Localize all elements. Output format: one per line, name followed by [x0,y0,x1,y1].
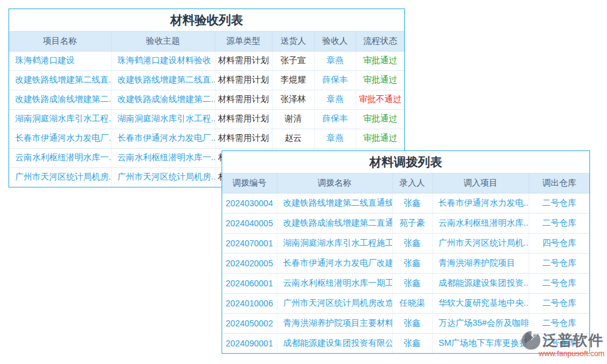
cell-acceptor[interactable]: 章燕 [314,90,356,109]
col-header-transfer-name: 调拨名称 [277,174,392,193]
cell-acceptance-subject[interactable]: 改建铁路线增建第二线直... [111,70,215,90]
cell-acceptance-subject[interactable]: 广州市天河区统计局机房... [111,167,215,187]
cell-acceptor[interactable]: 章燕 [314,51,356,70]
cell-transfer-no[interactable]: 2024050002 [222,313,277,333]
cell-entry-person: 任晓渠 [392,293,432,313]
cell-transfer-name[interactable]: 改建铁路线增建第二线直通线... [277,193,392,213]
cell-out-warehouse: 二号仓库 [529,253,589,273]
col-header-entry-person: 录入人 [392,174,432,193]
table-row: 珠海鹤港口建设珠海鹤港口建设材料验收材料需用计划张子宣章燕审批通过 [9,51,404,70]
cell-source-type: 材料需用计划 [215,90,272,109]
cell-deliverer: 赵云 [272,129,314,148]
brand-url: www.fanpusoft.com [521,349,606,358]
cell-entry-person: 张鑫 [392,193,432,213]
cell-acceptance-subject[interactable]: 湖南洞庭湖水库引水工程... [111,109,215,129]
cell-entry-person: 张鑫 [392,273,432,293]
cell-entry-person: 张鑫 [392,333,432,353]
cell-transfer-name[interactable]: 成都能源建设集团投资有限公... [277,333,392,353]
acceptance-title: 材料验收列表 [9,9,404,32]
cell-source-type: 材料需用计划 [215,129,272,148]
cell-project-name[interactable]: 云南水利枢纽潜明水库一... [9,148,111,167]
col-header-flow-status: 流程状态 [356,32,404,51]
cell-transfer-name[interactable]: 青海洪湖养护院项目主要材料... [277,313,392,333]
cell-transfer-no[interactable]: 2024020005 [222,253,277,273]
transfer-header-row: 调拨编号 调拨名称 录入人 调入项目 调出仓库 [222,174,589,193]
col-header-out-warehouse: 调出仓库 [529,174,589,193]
fanpu-logo-icon [521,330,541,351]
table-row: 2024040005改建铁路成渝线增建第二直通...苑子豪云南水利枢纽潜明水库.… [222,213,589,233]
table-row: 改建铁路成渝线增建第二...改建铁路成渝线增建第二...材料需用计划张泽林章燕审… [9,90,404,109]
col-header-source-type: 源单类型 [215,32,272,51]
cell-transfer-name[interactable]: 广州市天河区统计局机房改造... [277,293,392,313]
cell-acceptance-subject[interactable]: 云南水利枢纽潜明水库一... [111,148,215,167]
cell-flow-status: 审批通过 [356,109,404,129]
acceptance-header-row: 项目名称 验收主题 源单类型 送货人 验收人 流程状态 [9,32,404,51]
cell-acceptor[interactable]: 薛保丰 [314,109,356,129]
table-row: 2024060001云南水利枢纽潜明水库一期工...张鑫成都能源建设集团投资..… [222,273,589,293]
table-row: 2024070001湖南洞庭湖水库引水工程施工...张鑫广州市天河区统计局机..… [222,233,589,253]
cell-entry-person: 苑子豪 [392,213,432,233]
cell-out-warehouse: 二号仓库 [529,213,589,233]
cell-deliverer: 张子宣 [272,51,314,70]
transfer-table: 调拨编号 调拨名称 录入人 调入项目 调出仓库 2024030004改建铁路线增… [222,174,589,353]
cell-flow-status: 审批不通过 [356,90,404,109]
col-header-project-name: 项目名称 [9,32,111,51]
cell-entry-person: 张鑫 [392,233,432,253]
cell-project-name[interactable]: 改建铁路线增建第二线直... [9,70,111,90]
cell-acceptance-subject[interactable]: 珠海鹤港口建设材料验收 [111,51,215,70]
cell-flow-status: 审批通过 [356,51,404,70]
material-transfer-panel: 材料调拨列表 调拨编号 调拨名称 录入人 调入项目 调出仓库 202403000… [222,150,590,354]
cell-transfer-no[interactable]: 2024090001 [222,333,277,353]
cell-transfer-in-project[interactable]: 华软大厦研究基地中央... [432,293,529,313]
cell-project-name[interactable]: 改建铁路成渝线增建第二... [9,90,111,109]
col-header-acceptance-subject: 验收主题 [111,32,215,51]
cell-out-warehouse: 二号仓库 [529,193,589,213]
cell-out-warehouse: 二号仓库 [529,293,589,313]
cell-transfer-in-project[interactable]: 成都能源建设集团投资... [432,273,529,293]
cell-out-warehouse: 二号仓库 [529,273,589,293]
cell-transfer-no[interactable]: 2024070001 [222,233,277,253]
table-row: 改建铁路线增建第二线直...改建铁路线增建第二线直...材料需用计划李焜耀薛保丰… [9,70,404,90]
cell-deliverer: 李焜耀 [272,70,314,90]
cell-transfer-name[interactable]: 湖南洞庭湖水库引水工程施工... [277,233,392,253]
cell-deliverer: 张泽林 [272,90,314,109]
cell-transfer-in-project[interactable]: 青海洪湖养护院项目 [432,253,529,273]
cell-transfer-no[interactable]: 2024060001 [222,273,277,293]
cell-project-name[interactable]: 湖南洞庭湖水库引水工程... [9,109,111,129]
watermark: 泛普软件 www.fanpusoft.com [521,330,606,358]
cell-transfer-no[interactable]: 2024040005 [222,213,277,233]
cell-deliverer: 谢清 [272,109,314,129]
cell-entry-person: 张鑫 [392,313,432,333]
col-header-transfer-in-project: 调入项目 [432,174,529,193]
transfer-title: 材料调拨列表 [222,151,589,174]
cell-source-type: 材料需用计划 [215,51,272,70]
cell-transfer-name[interactable]: 云南水利枢纽潜明水库一期工... [277,273,392,293]
cell-transfer-in-project[interactable]: 万达广场35#会所及咖啡... [432,313,529,333]
cell-transfer-name[interactable]: 长春市伊通河水力发电厂改建... [277,253,392,273]
table-row: 长春市伊通河水力发电厂...长春市伊通河水力发电厂...材料需用计划赵云章燕审批… [9,129,404,148]
cell-out-warehouse: 四号仓库 [529,233,589,253]
table-row: 2024010006广州市天河区统计局机房改造...任晓渠华软大厦研究基地中央.… [222,293,589,313]
cell-transfer-no[interactable]: 2024030004 [222,193,277,213]
cell-transfer-no[interactable]: 2024010006 [222,293,277,313]
cell-acceptor[interactable]: 薛保丰 [314,70,356,90]
cell-entry-person: 张鑫 [392,253,432,273]
cell-acceptance-subject[interactable]: 改建铁路成渝线增建第二... [111,90,215,109]
cell-source-type: 材料需用计划 [215,109,272,129]
col-header-transfer-no: 调拨编号 [222,174,277,193]
cell-transfer-in-project[interactable]: 广州市天河区统计局机... [432,233,529,253]
cell-acceptance-subject[interactable]: 长春市伊通河水力发电厂... [111,129,215,148]
cell-transfer-in-project[interactable]: SM广场地下车库更换摄... [432,333,529,353]
cell-transfer-in-project[interactable]: 长春市伊通河水力发电... [432,193,529,213]
cell-project-name[interactable]: 长春市伊通河水力发电厂... [9,129,111,148]
cell-source-type: 材料需用计划 [215,70,272,90]
cell-project-name[interactable]: 广州市天河区统计局机房... [9,167,111,187]
cell-project-name[interactable]: 珠海鹤港口建设 [9,51,111,70]
col-header-acceptor: 验收人 [314,32,356,51]
table-row: 2024020005长春市伊通河水力发电厂改建...张鑫青海洪湖养护院项目二号仓… [222,253,589,273]
cell-transfer-name[interactable]: 改建铁路成渝线增建第二直通... [277,213,392,233]
cell-transfer-in-project[interactable]: 云南水利枢纽潜明水库... [432,213,529,233]
cell-acceptor[interactable]: 章燕 [314,129,356,148]
brand-name: 泛普软件 [543,331,603,350]
col-header-deliverer: 送货人 [272,32,314,51]
